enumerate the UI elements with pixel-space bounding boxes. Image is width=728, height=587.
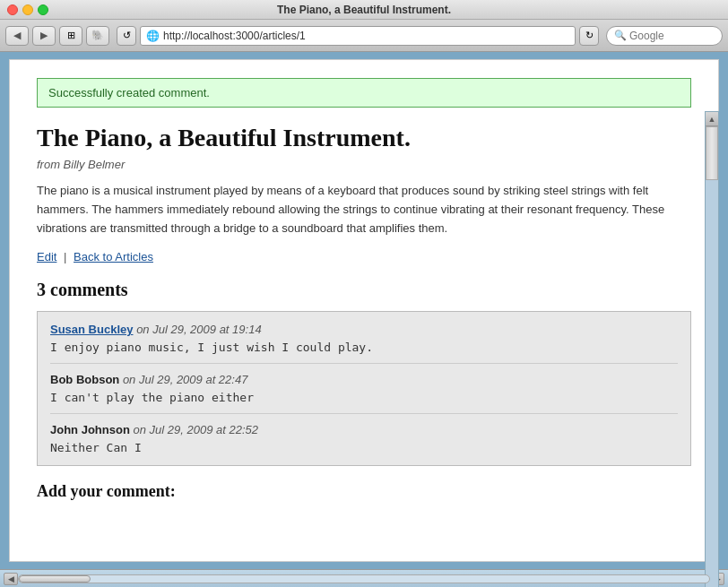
toolbar: ◀ ▶ ⊞ 🐘 ↺ 🌐 ↻ 🔍	[0, 20, 728, 52]
url-input[interactable]	[163, 30, 569, 42]
comment-text: Neither Can I	[50, 441, 678, 454]
comment-item: Susan Buckley on Jul 29, 2009 at 19:14 I…	[50, 323, 678, 364]
comment-date: on Jul 29, 2009 at 22:47	[123, 373, 248, 386]
title-bar: The Piano, a Beautiful Instrument.	[0, 0, 728, 20]
article-body: The piano is a musical instrument played…	[37, 182, 691, 237]
edit-link[interactable]: Edit	[37, 250, 56, 263]
scroll-up-button[interactable]: ▲	[706, 112, 718, 126]
success-message: Successfully created comment.	[48, 86, 210, 99]
browser-content: Successfully created comment. The Piano,…	[0, 52, 728, 569]
article-title: The Piano, a Beautiful Instrument.	[37, 124, 691, 152]
reload-button[interactable]: ↺	[117, 26, 136, 46]
add-comment-heading: Add your comment:	[37, 482, 691, 501]
comment-author: Bob Bobson	[50, 373, 119, 386]
close-button[interactable]	[7, 4, 18, 15]
address-bar[interactable]: 🌐	[140, 26, 576, 46]
globe-icon: 🌐	[146, 30, 160, 42]
comment-author-link[interactable]: Susan Buckley	[50, 323, 134, 336]
article-author: from Billy Belmer	[37, 158, 691, 171]
address-bar-container: ↺ 🌐 ↻	[117, 26, 599, 46]
comment-header: John Johnson on Jul 29, 2009 at 22:52	[50, 423, 678, 436]
success-banner: Successfully created comment.	[37, 78, 691, 108]
comment-author: John Johnson	[50, 423, 130, 436]
comment-header: Bob Bobson on Jul 29, 2009 at 22:47	[50, 373, 678, 386]
comment-date: on Jul 29, 2009 at 19:14	[136, 323, 262, 336]
comment-author: Susan Buckley	[50, 323, 136, 336]
right-scrollbar[interactable]: ▲ ▼	[705, 111, 719, 587]
scroll-thumb[interactable]	[706, 126, 718, 180]
comment-text: I enjoy piano music, I just wish I could…	[50, 341, 678, 354]
search-input[interactable]	[629, 30, 701, 42]
back-to-articles-link[interactable]: Back to Articles	[74, 250, 153, 263]
comments-box: Susan Buckley on Jul 29, 2009 at 19:14 I…	[37, 311, 691, 466]
minimize-button[interactable]	[22, 4, 33, 15]
page-content: Successfully created comment. The Piano,…	[9, 59, 719, 562]
window-title: The Piano, a Beautiful Instrument.	[277, 4, 451, 16]
article-links: Edit | Back to Articles	[37, 250, 691, 263]
comment-header: Susan Buckley on Jul 29, 2009 at 19:14	[50, 323, 678, 336]
window-controls	[7, 4, 48, 15]
scrollbar-track[interactable]	[18, 574, 710, 583]
forward-button[interactable]: ▶	[32, 26, 56, 46]
extensions-button[interactable]: 🐘	[86, 26, 109, 46]
link-separator: |	[64, 250, 66, 263]
search-icon: 🔍	[614, 30, 627, 41]
comment-item: John Johnson on Jul 29, 2009 at 22:52 Ne…	[50, 423, 678, 454]
back-button[interactable]: ◀	[5, 26, 29, 46]
search-bar[interactable]: 🔍	[606, 26, 723, 46]
comment-item: Bob Bobson on Jul 29, 2009 at 22:47 I ca…	[50, 373, 678, 414]
scroll-left-button[interactable]: ◀	[4, 573, 18, 585]
scrollbar-thumb[interactable]	[19, 575, 91, 583]
maximize-button[interactable]	[38, 4, 48, 15]
bookmarks-button[interactable]: ⊞	[59, 26, 82, 46]
comment-date: on Jul 29, 2009 at 22:52	[133, 423, 258, 436]
comments-heading: 3 comments	[37, 280, 691, 300]
refresh-icon[interactable]: ↻	[579, 26, 599, 46]
comment-text: I can't play the piano either	[50, 391, 678, 404]
bottom-scrollbar: ◀ ▶	[0, 569, 728, 587]
